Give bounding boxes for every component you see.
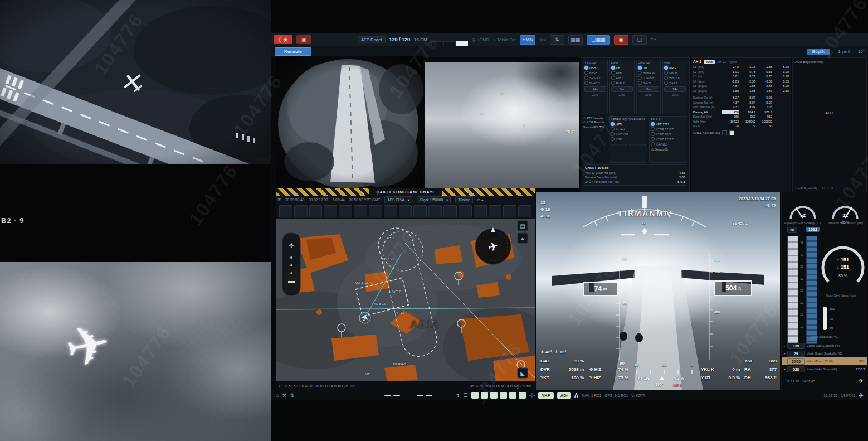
record-button[interactable]: ▣ [614, 35, 628, 45]
map-tool-button[interactable] [384, 205, 397, 217]
radio-option[interactable]: BHJ YK [664, 76, 686, 80]
camera-feed-thermal[interactable]: + + + YD 27 [425, 62, 579, 188]
gnst-row: ZYÖT Tava İrtifa Yarı (m)873.5 [585, 180, 685, 184]
radio-option[interactable]: DB [638, 66, 660, 70]
map-tool-button[interactable] [369, 205, 382, 217]
radio-option[interactable]: BhSB [584, 71, 606, 75]
swap-icon[interactable]: ⇅ [290, 392, 295, 398]
map-canvas[interactable]: ✈ ✈ ✈ [276, 219, 535, 381]
hud-panel[interactable]: 15 G 18 -0 18 2025-12-10 14:27:05 43:45 … [536, 192, 780, 390]
radio-option[interactable]: PhB 2 [611, 81, 633, 85]
map-tool-button[interactable] [354, 205, 367, 217]
status-square-button[interactable] [490, 392, 498, 399]
radio-option[interactable]: KNT YDZ [611, 132, 646, 136]
status-chip[interactable] [384, 395, 391, 396]
map-tool-button[interactable] [279, 205, 292, 217]
refresh-icon[interactable]: ⟳ ● [477, 198, 484, 202]
emn-button[interactable]: EMN [520, 35, 535, 45]
acu-foot-option[interactable]: ● P + Ps [821, 186, 833, 190]
radio-option[interactable]: DSB [584, 66, 606, 70]
radio-option[interactable]: KAYNILI [651, 142, 686, 146]
radio-option[interactable]: YKT 1717 [651, 122, 686, 126]
adi-chip[interactable]: ADI [557, 392, 571, 399]
aps-dropdown[interactable]: APS ELVA▾ [384, 196, 412, 203]
home-icon[interactable]: ⌂ [276, 392, 279, 398]
radio-option[interactable]: YSB [611, 137, 646, 141]
map-tool-button[interactable] [339, 205, 352, 217]
tools-icon[interactable]: ⚒ [282, 392, 286, 398]
swap-button[interactable]: ⇅ [550, 35, 564, 45]
warn-text: 15 CM [414, 37, 427, 42]
map-tool-button[interactable] [459, 205, 472, 217]
map-tool-button[interactable] [443, 205, 457, 217]
status-square-button[interactable] [500, 392, 507, 399]
altitude-box: 504ft [714, 280, 752, 296]
radio-option[interactable]: KRG [664, 66, 686, 70]
watermark: 104776 [184, 160, 242, 230]
gnss-checkbox-active[interactable] [729, 130, 734, 135]
radio-option[interactable]: YYDZ 1717Z [651, 137, 686, 141]
layout-button[interactable]: ▢▦▦ [587, 35, 610, 45]
map-tool-button[interactable] [428, 205, 442, 217]
engine-row[interactable]: ▸ 25/25 Yakıt Miktarı S2 (%) SOL [782, 357, 867, 365]
basinc-selected-value[interactable]: 958 [722, 110, 739, 115]
engine-row[interactable]: ▸ 29 Ünite Ortam Sıcaklığı (°C) [782, 350, 867, 357]
camera-feed-nadir[interactable] [276, 56, 423, 190]
group-button[interactable] [611, 144, 627, 146]
map-tool-button[interactable] [324, 205, 337, 217]
map-tool-button[interactable] [489, 205, 502, 217]
radio-option[interactable]: ÜZD [611, 122, 646, 126]
status-square-button[interactable] [471, 392, 479, 399]
radio-option[interactable]: SPSU 2 [584, 76, 606, 80]
alert-icon[interactable]: ▣ [296, 35, 311, 44]
konsol-button[interactable]: Konsole [275, 47, 311, 56]
buyuk-button[interactable]: Böyük [807, 49, 830, 55]
engine-row[interactable]: ▸ 135 Egzoz Gaz Sıcaklığı (%) [782, 342, 867, 350]
status-square-button[interactable] [519, 392, 526, 399]
zero-link[interactable]: Zero [584, 93, 606, 96]
map-tool-button[interactable] [503, 205, 516, 217]
status-square-button[interactable] [481, 392, 488, 399]
ykp-chip[interactable]: YKP [538, 392, 553, 399]
gnss-checkbox[interactable] [722, 130, 727, 135]
scale-dropdown[interactable]: Ölçek 1/50000▾ [417, 196, 451, 203]
blank-button[interactable]: ▢ [632, 35, 647, 45]
status-square-button[interactable] [509, 392, 516, 399]
map-tool-button[interactable] [294, 205, 308, 217]
group-button[interactable] [629, 144, 646, 146]
radio-option[interactable]: İki Yed [611, 127, 646, 131]
radio-dot [584, 71, 588, 75]
radio-option[interactable]: HNBA % [638, 71, 660, 75]
radio-option[interactable]: DB [611, 66, 633, 70]
map-tool-button[interactable] [474, 205, 487, 217]
country-map-button[interactable]: Türkiye [455, 196, 472, 203]
radio-option[interactable]: YYNB KNT [651, 132, 686, 136]
radio-option[interactable]: BhAB 3 [584, 81, 606, 85]
hud-cross-marker: + [480, 112, 483, 117]
nav-table-row: Uzama Tip (m)4.37 8.045.27 [693, 100, 789, 105]
radio-option[interactable]: DJ/4/SB [638, 76, 660, 80]
phase-tab[interactable] [456, 41, 468, 46]
map-tool-button[interactable] [399, 205, 412, 217]
radio-option[interactable]: BaNS [638, 81, 660, 85]
phase-tab[interactable] [443, 41, 456, 46]
radio-option[interactable]: YYDF 1717Z [651, 127, 686, 131]
grid-button[interactable]: ▦▦ [568, 35, 583, 45]
radio-option[interactable]: PBLB [664, 71, 686, 75]
warning-indicator[interactable]: ⚠PDI Kesutla [583, 116, 607, 120]
radio-option[interactable]: PhB [611, 71, 633, 75]
warning-indicator[interactable]: ⚠LOG Revizle [583, 120, 607, 124]
status-chip[interactable] [393, 395, 400, 396]
selected-chip[interactable]: 4066 [704, 60, 715, 64]
map-tool-button[interactable] [518, 205, 531, 217]
atp-engel-chip[interactable]: ATP Engel [358, 36, 386, 43]
map-tool-button[interactable] [309, 205, 323, 217]
map-tool-button[interactable] [413, 205, 427, 217]
engine-row[interactable]: ▸ 528 Kalan Yakıt Süresi (%) 27.8 T [782, 365, 867, 373]
status-chip[interactable] [426, 395, 432, 396]
phase-tab[interactable] [431, 41, 443, 46]
acu-foot-option[interactable]: ○ GBFB [DKAB] [795, 186, 817, 190]
radio-option[interactable]: BAJ 2 [664, 81, 686, 85]
radio-option[interactable]: PIB 1 [611, 76, 633, 80]
status-chip[interactable] [417, 395, 423, 396]
